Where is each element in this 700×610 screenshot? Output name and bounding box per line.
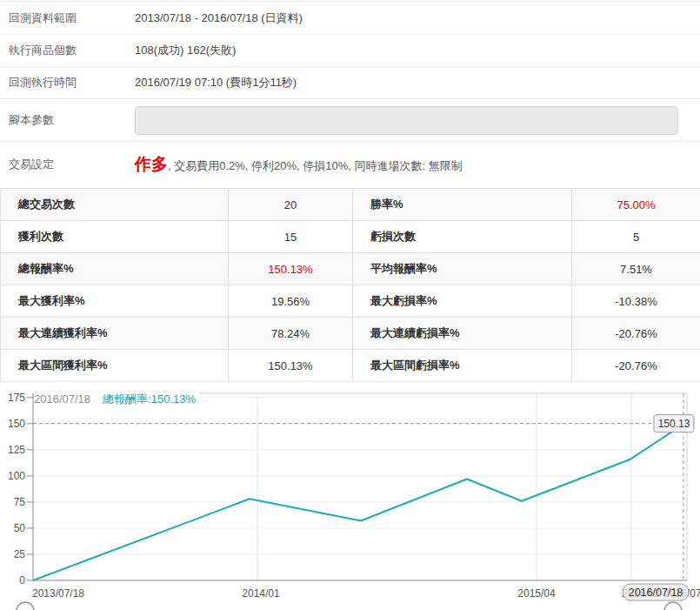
- stat-value-avg-return: 7.51%: [572, 253, 700, 285]
- symbol-count-link[interactable]: 108(成功) 162(失敗): [135, 43, 700, 58]
- chart-canvas[interactable]: 02550751001251501752013/07/182014/012015…: [0, 387, 700, 610]
- table-row: 最大連續獲利率% 78.24% 最大連續虧損率% -20.76%: [1, 318, 700, 350]
- stat-value-max-consec-profit: 78.24%: [229, 318, 353, 350]
- y-tick-label: 175: [8, 392, 25, 404]
- stat-label-max-range-loss: 最大區間虧損率%: [353, 350, 572, 382]
- script-params-label: 腳本參數: [0, 112, 135, 128]
- stat-label-max-consec-profit: 最大連續獲利率%: [1, 318, 229, 350]
- stat-value-max-range-profit: 150.13%: [229, 350, 353, 382]
- info-row-data-range: 回測資料範圍 2013/07/18 - 2016/07/18 (日資料): [0, 2, 700, 35]
- x-crosshair-label: 2016/07/18: [629, 587, 683, 599]
- data-range-label: 回測資料範圍: [0, 10, 135, 26]
- stat-label-total-trades: 總交易次數: [1, 189, 229, 221]
- symbol-count-label: 執行商品個數: [0, 43, 135, 58]
- stat-label-total-return: 總報酬率%: [1, 253, 229, 285]
- backtest-report-page: 回測資料範圍 2013/07/18 - 2016/07/18 (日資料) 執行商…: [0, 0, 700, 610]
- table-row: 最大獲利率% 19.56% 最大虧損率% -10.38%: [1, 285, 700, 318]
- exec-time-label: 回測執行時間: [0, 75, 135, 90]
- stat-label-avg-return: 平均報酬率%: [353, 253, 572, 285]
- x-tick-label: 2015/04: [517, 587, 556, 600]
- info-row-trade-setting: 交易設定 作多, 交易費用0.2%, 停利20%, 停損10%, 同時進場次數:…: [0, 142, 700, 187]
- data-range-value: 2013/07/18 - 2016/07/18 (日資料): [135, 10, 700, 26]
- stat-label-max-consec-loss: 最大連續虧損率%: [353, 318, 572, 350]
- y-tick-label: 0: [19, 574, 25, 587]
- stat-label-max-loss: 最大虧損率%: [353, 285, 572, 318]
- stat-label-max-range-profit: 最大區間獲利率%: [1, 350, 229, 382]
- stat-value-total-trades: 20: [229, 189, 353, 221]
- y-tick-label: 25: [14, 548, 26, 560]
- stat-value-max-loss: -10.38%: [572, 285, 700, 318]
- chart-hover-legend: 2016/07/18總報酬率:150.13%: [34, 392, 199, 407]
- trade-setting-label: 交易設定: [0, 157, 135, 172]
- info-row-script-params: 腳本參數: [0, 99, 700, 142]
- y-crosshair-label: 150.13: [658, 418, 690, 430]
- info-row-symbol-count: 執行商品個數 108(成功) 162(失敗): [0, 35, 700, 67]
- stat-value-loss-count: 5: [572, 221, 700, 253]
- hover-date-label: 2016/07/18: [34, 392, 90, 406]
- stat-value-max-range-loss: -20.76%: [572, 350, 700, 382]
- x-tick-label: 2013/07/18: [32, 587, 84, 600]
- backtest-info-section: 回測資料範圍 2013/07/18 - 2016/07/18 (日資料) 執行商…: [0, 1, 700, 187]
- table-row: 獲利次數 15 虧損次數 5: [1, 221, 700, 253]
- x-tick-label: 2014/01: [242, 587, 280, 600]
- hover-series-label: 總報酬率:150.13%: [103, 392, 196, 406]
- trade-direction-badge: 作多: [135, 155, 168, 173]
- y-tick-label: 75: [14, 496, 26, 508]
- info-row-exec-time: 回測執行時間 2016/07/19 07:10 (費時1分11秒): [0, 67, 700, 99]
- stat-value-total-return: 150.13%: [229, 253, 353, 285]
- stat-value-max-consec-loss: -20.76%: [572, 318, 700, 350]
- y-tick-label: 125: [8, 444, 25, 456]
- trade-setting-detail: , 交易費用0.2%, 停利20%, 停損10%, 同時進場次數: 無限制: [168, 159, 463, 172]
- stat-value-win-rate: 75.00%: [572, 189, 700, 221]
- stats-table: 總交易次數 20 勝率% 75.00% 獲利次數 15 虧損次數 5 總報酬率%…: [0, 188, 700, 382]
- y-tick-label: 50: [14, 522, 26, 534]
- y-tick-label: 150: [8, 418, 25, 430]
- stat-label-win-count: 獲利次數: [1, 221, 229, 253]
- stat-label-loss-count: 虧損次數: [353, 221, 572, 253]
- y-tick-label: 100: [8, 470, 25, 482]
- stat-value-max-profit: 19.56%: [229, 285, 353, 318]
- stat-label-max-profit: 最大獲利率%: [1, 285, 229, 318]
- exec-time-value: 2016/07/19 07:10 (費時1分11秒): [135, 75, 700, 90]
- script-params-input[interactable]: [135, 106, 678, 135]
- range-handle-left[interactable]: [17, 602, 34, 610]
- range-handle-right[interactable]: [664, 602, 682, 610]
- stat-label-win-rate: 勝率%: [353, 189, 572, 221]
- table-row: 最大區間獲利率% 150.13% 最大區間虧損率% -20.76%: [1, 350, 700, 382]
- table-row: 總報酬率% 150.13% 平均報酬率% 7.51%: [1, 253, 700, 285]
- stat-value-win-count: 15: [229, 221, 353, 253]
- table-row: 總交易次數 20 勝率% 75.00%: [1, 189, 700, 221]
- return-rate-chart[interactable]: 2016/07/18總報酬率:150.13% 02550751001251501…: [0, 387, 700, 610]
